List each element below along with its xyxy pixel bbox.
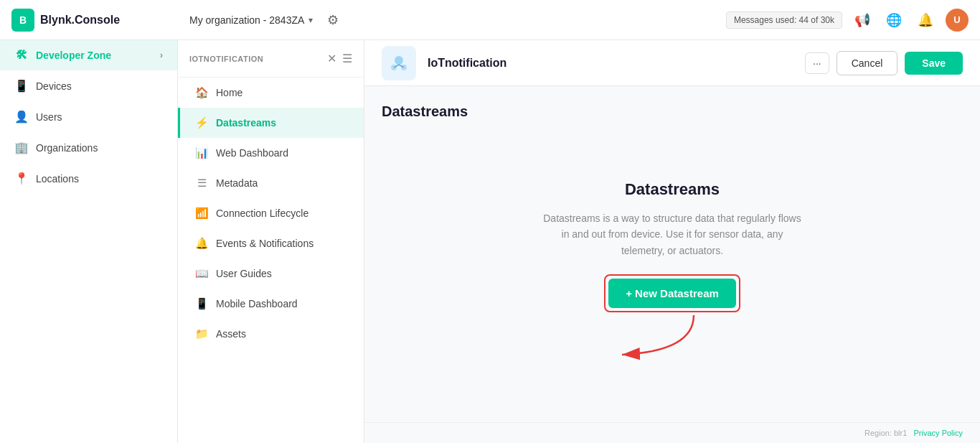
nav-item-label: Datastreams: [216, 117, 276, 129]
sidebar-item-label: Users: [36, 111, 62, 123]
messages-badge: Messages used: 44 of 30k: [726, 11, 842, 29]
metadata-icon: ☰: [194, 177, 209, 190]
middle-panel: IOTNOTIFICATION ✕ ☰ 🏠 Home ⚡ Datastreams…: [178, 40, 364, 443]
logo-area: B Blynk.Console: [11, 9, 189, 32]
locations-icon: 📍: [14, 172, 29, 185]
nav-item-assets[interactable]: 📁 Assets: [178, 319, 364, 349]
avatar[interactable]: U: [946, 9, 969, 32]
nav-item-label: Web Dashboard: [216, 147, 288, 159]
footer: Region: blr1 Privacy Policy: [364, 422, 980, 443]
app-name: Blynk.Console: [40, 14, 120, 27]
panel-header-icons: ✕ ☰: [327, 52, 352, 65]
nav-item-label: Mobile Dashboard: [216, 298, 298, 309]
main-content: IoTnotification ··· Cancel Save Datastre…: [364, 40, 980, 443]
nav-item-label: Assets: [216, 328, 246, 340]
template-name: IoTnotification: [428, 57, 507, 70]
nav-item-mobile-dashboard[interactable]: 📱 Mobile Dashboard: [178, 289, 364, 319]
sidebar-item-users[interactable]: 👤 Users: [0, 101, 177, 132]
nav-item-label: Connection Lifecycle: [216, 207, 308, 219]
new-datastream-button[interactable]: + New Datastream: [608, 279, 736, 308]
sidebar-item-organizations[interactable]: 🏢 Organizations: [0, 132, 177, 163]
middle-panel-header: IOTNOTIFICATION ✕ ☰: [178, 40, 364, 78]
home-icon: 🏠: [194, 86, 209, 99]
org-selector[interactable]: My organization - 2843ZA ▾: [189, 14, 313, 26]
sidebar-item-developer-zone[interactable]: 🛠 Developer Zone ›: [0, 40, 177, 70]
events-notifications-icon: 🔔: [194, 237, 209, 250]
close-panel-button[interactable]: ✕: [327, 52, 336, 65]
left-sidebar: 🛠 Developer Zone › 📱 Devices 👤 Users 🏢 O…: [0, 40, 178, 443]
sidebar-item-locations[interactable]: 📍 Locations: [0, 163, 177, 194]
empty-state-title: Datastreams: [625, 180, 720, 199]
template-icon-svg: [389, 53, 409, 73]
org-settings-button[interactable]: ⚙: [324, 9, 341, 31]
bell-icon[interactable]: 🔔: [914, 9, 937, 32]
sidebar-item-label: Devices: [36, 80, 72, 92]
assets-icon: 📁: [194, 327, 209, 340]
nav-item-web-dashboard[interactable]: 📊 Web Dashboard: [178, 138, 364, 168]
main-layout: 🛠 Developer Zone › 📱 Devices 👤 Users 🏢 O…: [0, 40, 980, 443]
notifications-icon[interactable]: 📢: [851, 9, 874, 32]
template-icon: [382, 46, 416, 80]
region-label: Region: blr1: [864, 429, 907, 437]
sidebar-item-label: Locations: [36, 173, 79, 185]
chevron-right-icon: ›: [160, 50, 163, 60]
section-title: Datastreams: [382, 103, 963, 120]
content-header-actions: ··· Cancel Save: [805, 51, 963, 75]
new-datastream-wrapper: + New Datastream: [608, 279, 736, 308]
middle-panel-title: IOTNOTIFICATION: [189, 55, 263, 63]
content-inner: Datastreams Datastreams Datastreams is a…: [364, 86, 980, 422]
cancel-button[interactable]: Cancel: [837, 51, 898, 75]
devices-icon: 📱: [14, 79, 29, 93]
nav-item-label: Home: [216, 87, 242, 98]
nav-item-metadata[interactable]: ☰ Metadata: [178, 168, 364, 198]
nav-item-label: Metadata: [216, 177, 258, 189]
org-name-text: My organization - 2843ZA: [189, 14, 304, 26]
header-right-actions: Messages used: 44 of 30k 📢 🌐 🔔 U: [726, 9, 969, 32]
content-header: IoTnotification ··· Cancel Save: [364, 40, 980, 86]
chevron-down-icon: ▾: [308, 15, 313, 25]
users-icon: 👤: [14, 110, 29, 123]
mobile-dashboard-icon: 📱: [194, 297, 209, 310]
user-guides-icon: 📖: [194, 267, 209, 280]
privacy-policy-link[interactable]: Privacy Policy: [914, 429, 963, 437]
nav-item-events-notifications[interactable]: 🔔 Events & Notifications: [178, 228, 364, 258]
header-org-area: My organization - 2843ZA ▾ ⚙: [189, 9, 726, 31]
svg-point-0: [395, 56, 403, 65]
organizations-icon: 🏢: [14, 141, 29, 154]
nav-item-label: Events & Notifications: [216, 238, 314, 249]
sidebar-item-devices[interactable]: 📱 Devices: [0, 70, 177, 101]
arrow-svg: [600, 308, 744, 365]
nav-item-label: User Guides: [216, 268, 272, 279]
nav-item-user-guides[interactable]: 📖 User Guides: [178, 258, 364, 289]
logo-icon: B: [11, 9, 34, 32]
nav-item-connection-lifecycle[interactable]: 📶 Connection Lifecycle: [178, 198, 364, 228]
sidebar-item-label: Organizations: [36, 142, 98, 154]
datastreams-empty-state: Datastreams Datastreams is a way to stru…: [382, 137, 963, 409]
save-button[interactable]: Save: [905, 52, 963, 75]
top-header: B Blynk.Console My organization - 2843ZA…: [0, 0, 980, 40]
connection-lifecycle-icon: 📶: [194, 207, 209, 220]
more-options-button[interactable]: ···: [805, 52, 829, 74]
empty-state-description: Datastreams is a way to structure data t…: [543, 210, 801, 258]
developer-zone-icon: 🛠: [14, 49, 29, 62]
globe-icon[interactable]: 🌐: [882, 9, 905, 32]
nav-item-home[interactable]: 🏠 Home: [178, 78, 364, 108]
web-dashboard-icon: 📊: [194, 146, 209, 159]
sidebar-item-label: Developer Zone: [36, 50, 111, 61]
menu-icon[interactable]: ☰: [342, 52, 352, 65]
nav-item-datastreams[interactable]: ⚡ Datastreams: [178, 108, 364, 138]
datastreams-icon: ⚡: [194, 116, 209, 129]
